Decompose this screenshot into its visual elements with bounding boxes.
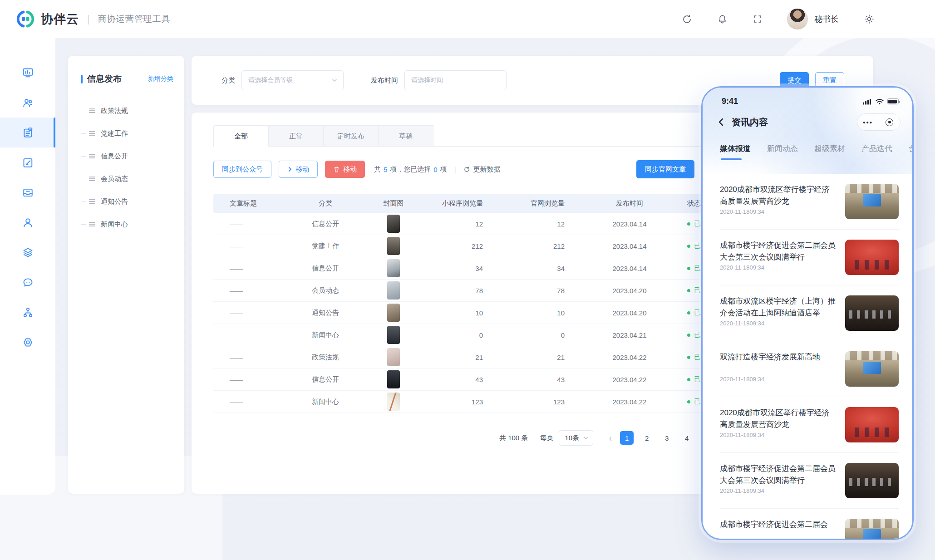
news-item[interactable]: 成都市楼宇经济促进会第二届会2020-11-1809:34 <box>720 509 899 540</box>
back-icon[interactable] <box>716 117 726 127</box>
news-title: 2020成都市双流区举行楼宇经济高质量发展营商沙龙 <box>720 407 837 431</box>
fullscreen-icon[interactable] <box>752 13 763 25</box>
tree-item-label: 会员动态 <box>101 175 128 183</box>
article-title-cell: —— <box>213 376 291 383</box>
per-page-label: 每页 <box>540 434 553 442</box>
app-window: 协伴云 | 商协运营管理工具 秘书长 <box>0 0 935 560</box>
publish-time-placeholder: 请选择时间 <box>411 76 501 84</box>
rail-item-library[interactable] <box>0 177 55 207</box>
tree-item-label: 信息公开 <box>101 152 128 161</box>
status-dot <box>687 311 690 314</box>
tree-item-news[interactable]: 新闻中心 <box>68 213 184 236</box>
news-date: 2020-11-1809:34 <box>720 487 764 494</box>
sync-wechat-button[interactable]: 同步到公众号 <box>213 161 271 178</box>
move-button[interactable]: 移动 <box>279 161 318 178</box>
news-item[interactable]: 双流打造楼宇经济发展新高地2020-11-1809:34 <box>720 341 899 397</box>
category-cell: 通知公告 <box>291 309 359 317</box>
article-title-cell: —— <box>213 220 291 228</box>
phone-tab-material[interactable]: 超级素材 <box>814 143 845 160</box>
add-category-link[interactable]: 新增分类 <box>148 75 173 83</box>
category-select[interactable]: 请选择会员等级 <box>241 70 344 90</box>
news-date: 2020-11-1809:34 <box>720 208 764 215</box>
drag-handle-icon <box>88 152 96 160</box>
category-cell: 信息公开 <box>291 220 359 228</box>
page-size-value: 10条 <box>565 434 579 442</box>
delete-button-label: 移动 <box>343 165 357 174</box>
delete-button[interactable]: 移动 <box>325 161 365 178</box>
tab-draft[interactable]: 草稿 <box>378 125 433 146</box>
category-cell: 新闻中心 <box>291 398 359 406</box>
miniapp-views-cell: 34 <box>428 265 505 272</box>
miniapp-views-cell: 0 <box>428 331 505 339</box>
news-thumbnail <box>845 519 899 540</box>
news-item[interactable]: 成都市楼宇经济促进会第二届会员大会第三次会议圆满举行2020-11-1809:3… <box>720 453 899 509</box>
rail-item-content-active[interactable] <box>0 118 55 147</box>
publish-time-input[interactable]: 请选择时间 <box>404 70 507 90</box>
page-size-select[interactable]: 10条 <box>559 430 593 446</box>
tree-item-party[interactable]: 党建工作 <box>68 122 184 145</box>
prev-page-button[interactable]: ‹ <box>607 433 614 443</box>
phone-tab-product[interactable]: 产品迭代 <box>861 143 892 160</box>
user-name[interactable]: 秘书长 <box>814 14 839 25</box>
news-item[interactable]: 成都市楼宇经济促进会第二届会员大会第三次会议圆满举行2020-11-1809:3… <box>720 230 899 285</box>
phone-nav-bar: 资讯内容 ••• <box>703 113 912 131</box>
members-icon <box>22 97 34 109</box>
avatar[interactable] <box>787 9 808 29</box>
rail-item-editor[interactable] <box>0 147 55 177</box>
cover-thumbnail <box>387 215 400 233</box>
rail-item-organization[interactable] <box>0 297 55 327</box>
rail-item-messages[interactable] <box>0 267 55 297</box>
site-views-cell: 43 <box>505 376 586 383</box>
page-button-3[interactable]: 3 <box>660 431 674 445</box>
selection-summary: 共 5 项，您已选择 0 项 | 更新数据 <box>374 165 501 174</box>
news-item[interactable]: 2020成都市双流区举行楼宇经济高质量发展营商沙龙2020-11-1809:34 <box>720 397 899 453</box>
tree-item-info[interactable]: 信息公开 <box>68 145 184 167</box>
rail-item-dashboard[interactable] <box>0 58 55 88</box>
publish-date-cell: 2023.04.14 <box>586 242 673 250</box>
news-item[interactable]: 成都市双流区楼宇经济（上海）推介会活动在上海阿纳迪酒店举2020-11-1809… <box>720 285 899 341</box>
tree-item-label: 党建工作 <box>101 129 128 138</box>
phone-mockup: 9:41 资讯内容 ••• 媒体报道 <box>701 86 914 540</box>
news-item[interactable]: 2020成都市双流区举行楼宇经济高质量发展营商沙龙2020-11-1809:34 <box>720 174 899 230</box>
status-dot <box>687 289 690 292</box>
tree-item-policy[interactable]: 政策法规 <box>68 99 184 122</box>
sync-site-button[interactable]: 同步官网文章 <box>636 160 694 178</box>
phone-tab-news[interactable]: 新闻动态 <box>767 143 798 160</box>
rail-item-settings[interactable] <box>0 327 55 357</box>
bell-icon[interactable] <box>716 13 728 25</box>
tree-item-member[interactable]: 会员动态 <box>68 167 184 190</box>
page-button-4[interactable]: 4 <box>680 431 694 445</box>
tab-all[interactable]: 全部 <box>213 125 269 146</box>
article-title-cell: —— <box>213 354 291 361</box>
page-button-1[interactable]: 1 <box>620 431 634 445</box>
cover-thumbnail <box>387 259 400 277</box>
publish-date-cell: 2023.04.14 <box>586 265 673 272</box>
phone-status-bar: 9:41 <box>703 88 912 106</box>
tab-normal[interactable]: 正常 <box>268 125 324 146</box>
signal-icon <box>863 98 872 105</box>
brand-name: 协伴云 <box>41 11 79 27</box>
news-thumbnail <box>845 463 899 498</box>
rail-item-members[interactable] <box>0 88 55 118</box>
phone-tab-marketing[interactable]: 营销推广 <box>909 143 912 160</box>
news-date: 2020-11-1809:34 <box>720 320 764 327</box>
icon-rail <box>0 38 55 495</box>
phone-tab-media[interactable]: 媒体报道 <box>720 143 751 160</box>
cover-thumbnail <box>387 326 400 344</box>
minimize-button[interactable] <box>879 118 901 126</box>
gear-icon[interactable] <box>863 13 875 25</box>
settings-nut-icon <box>22 336 34 349</box>
tree-item-notice[interactable]: 通知公告 <box>68 190 184 213</box>
rail-item-layers[interactable] <box>0 237 55 267</box>
status-dot <box>687 334 690 337</box>
chevron-down-icon <box>583 435 589 441</box>
refresh-data-button[interactable]: 更新数据 <box>463 165 501 174</box>
site-views-cell: 34 <box>505 265 586 272</box>
tab-scheduled[interactable]: 定时发布 <box>323 125 379 146</box>
page-button-2[interactable]: 2 <box>640 431 654 445</box>
news-date: 2020-11-1809:34 <box>720 432 764 438</box>
rail-item-profile[interactable] <box>0 207 55 237</box>
selected-count: 0 <box>433 166 437 173</box>
more-menu-button[interactable]: ••• <box>857 119 879 126</box>
refresh-icon[interactable] <box>681 13 693 25</box>
